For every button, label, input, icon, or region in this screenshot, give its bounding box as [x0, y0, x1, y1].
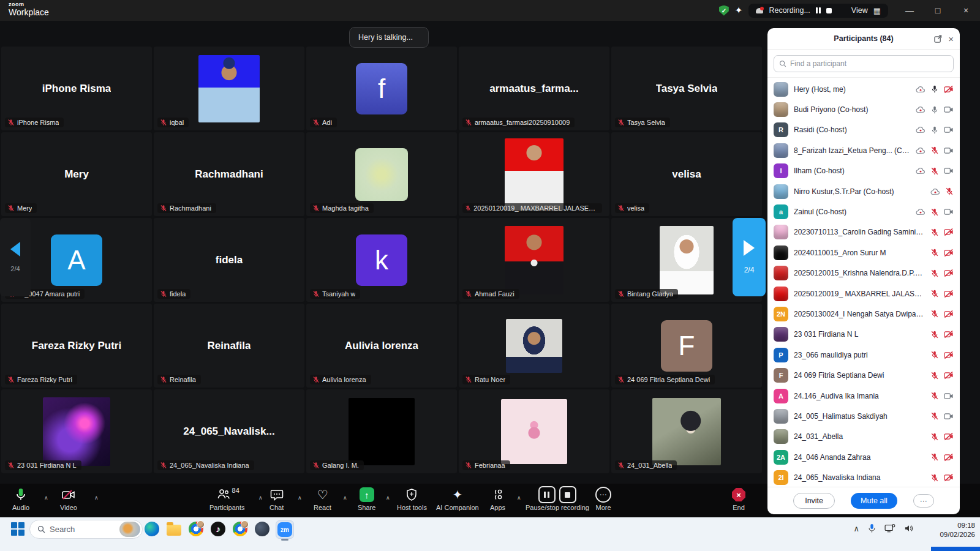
- share-options-caret[interactable]: ∧: [386, 495, 390, 501]
- start-button[interactable]: [11, 522, 24, 536]
- camera-status-icon[interactable]: [944, 146, 954, 155]
- mic-status-icon[interactable]: [930, 269, 939, 278]
- mic-status-icon[interactable]: [930, 84, 939, 94]
- video-tile[interactable]: 24_065_Navalisk... 24_065_Navaliska Indi…: [154, 389, 304, 473]
- host-tools-button[interactable]: Host tools: [397, 487, 427, 511]
- tiktok-icon[interactable]: ♪: [209, 520, 227, 538]
- video-tile[interactable]: armaatus_farma... armaatus_farmasi202509…: [459, 47, 609, 130]
- camera-status-icon[interactable]: [944, 126, 954, 134]
- video-tile[interactable]: Tasya Selvia Tasya Selvia: [611, 47, 762, 130]
- participant-row[interactable]: F 24 069 Fitria Septiana Dewi: [767, 365, 960, 385]
- camera-status-icon[interactable]: [944, 473, 954, 482]
- camera-status-icon[interactable]: [944, 167, 954, 175]
- view-grid-icon[interactable]: ▦: [873, 6, 881, 15]
- participant-row[interactable]: 20250120015_Krishna Nalendra.D.P.A_T...: [767, 263, 960, 283]
- share-button[interactable]: ↑ Share ∧: [358, 487, 375, 511]
- close-button[interactable]: ×: [952, 0, 980, 21]
- camera-status-icon[interactable]: [944, 105, 954, 114]
- apps-button[interactable]: Apps ∧: [490, 487, 505, 511]
- participant-row[interactable]: a Zainul (Co-host): [767, 201, 960, 222]
- ai-sparkle-icon[interactable]: ✦: [735, 5, 743, 16]
- pause-recording-button[interactable]: [538, 486, 556, 503]
- video-tile[interactable]: 23 031 Firdiana N L: [1, 389, 152, 473]
- video-tile[interactable]: Mery Mery: [1, 132, 152, 216]
- mic-status-icon[interactable]: [930, 432, 939, 441]
- zoom-app-icon[interactable]: zm: [276, 520, 294, 539]
- video-options-caret[interactable]: ∧: [94, 495, 99, 501]
- camera-status-icon[interactable]: [944, 290, 954, 298]
- camera-status-icon[interactable]: [944, 412, 954, 421]
- end-meeting-button[interactable]: × End: [732, 487, 745, 511]
- camera-status-icon[interactable]: [944, 249, 954, 257]
- chat-button[interactable]: Chat ∧: [270, 487, 284, 511]
- taskbar-clock[interactable]: 09:18 09/02/2026: [940, 521, 975, 539]
- search-widget-image[interactable]: [119, 522, 140, 537]
- video-tile[interactable]: fidela fidela: [154, 218, 304, 302]
- participant-row[interactable]: Hery (Host, me): [767, 79, 960, 99]
- mic-status-icon[interactable]: [930, 105, 939, 114]
- participants-button[interactable]: 84 Participants ∧: [209, 487, 244, 511]
- participant-row[interactable]: Budi Priyono (Co-host): [767, 99, 960, 119]
- participant-row[interactable]: 8_Farizah Izazi_Ketua Peng... (Co-host): [767, 140, 960, 160]
- participant-row[interactable]: 23 031 Firdiana N L: [767, 324, 960, 345]
- security-shield-icon[interactable]: ✓: [719, 6, 729, 16]
- mic-status-icon[interactable]: [930, 146, 939, 155]
- video-tile[interactable]: F 24 069 Fitria Septiana Dewi: [611, 304, 762, 388]
- participant-row[interactable]: 20250120019_ MAXBARREL JALASENA_T...: [767, 283, 960, 304]
- invite-button[interactable]: Invite: [793, 493, 835, 509]
- camera-status-icon[interactable]: [944, 85, 954, 94]
- participant-row[interactable]: A 24.146_Audiva Ika Imania: [767, 386, 960, 406]
- mic-status-icon[interactable]: [930, 309, 939, 318]
- mic-status-icon[interactable]: [930, 248, 939, 257]
- video-tile[interactable]: iPhone Risma iPhone Risma: [1, 47, 152, 130]
- chrome-profile2-icon[interactable]: [232, 520, 249, 538]
- mic-status-icon[interactable]: [930, 371, 939, 380]
- tray-speaker-icon[interactable]: [904, 524, 914, 533]
- mic-status-icon[interactable]: [930, 350, 939, 359]
- react-button[interactable]: ♡ React ∧: [314, 487, 331, 511]
- mic-status-icon[interactable]: [930, 228, 939, 237]
- camera-status-icon[interactable]: [944, 453, 954, 462]
- participant-row[interactable]: Nirro Kustur,S.Tr.Par (Co-host): [767, 181, 960, 201]
- mic-status-icon[interactable]: [930, 473, 939, 482]
- video-tile[interactable]: 24_031_Abella: [611, 389, 762, 473]
- close-panel-icon[interactable]: ×: [948, 34, 954, 44]
- audio-options-caret[interactable]: ∧: [44, 495, 48, 501]
- mic-status-icon[interactable]: [930, 126, 939, 135]
- mic-status-icon[interactable]: [930, 411, 939, 421]
- camera-status-icon[interactable]: [944, 269, 954, 277]
- globe-app-icon[interactable]: [254, 520, 271, 538]
- video-tile[interactable]: Reinafila Reinafila: [154, 304, 304, 388]
- mic-status-icon[interactable]: [945, 187, 954, 196]
- video-tile[interactable]: Galang I. M.: [306, 389, 457, 473]
- restore-button[interactable]: □: [924, 0, 952, 21]
- video-tile[interactable]: Maghda tagitha: [306, 132, 457, 216]
- video-button[interactable]: Video ∧: [60, 487, 77, 511]
- file-explorer-icon[interactable]: [165, 520, 183, 538]
- mic-status-icon[interactable]: [930, 208, 939, 217]
- edge-browser-icon[interactable]: [143, 520, 160, 538]
- video-tile[interactable]: Aulivia lorenza Aulivia lorenza: [306, 304, 457, 388]
- video-tile[interactable]: iqbal: [154, 47, 304, 130]
- tray-display-icon[interactable]: [884, 524, 895, 533]
- participant-row[interactable]: I Ilham (Co-host): [767, 161, 960, 181]
- mic-status-icon[interactable]: [930, 289, 939, 298]
- participant-row[interactable]: 24_005_Halimatus Sakdiyah: [767, 406, 960, 426]
- panel-more-button[interactable]: ···: [913, 494, 934, 508]
- video-tile[interactable]: Ratu Noer: [459, 304, 609, 388]
- participant-row[interactable]: 24_031_Abella: [767, 427, 960, 447]
- camera-status-icon[interactable]: [944, 228, 954, 236]
- mic-status-icon[interactable]: [930, 167, 939, 176]
- participants-options-caret[interactable]: ∧: [258, 495, 263, 501]
- participant-row[interactable]: 20240110015_Aron Surur M: [767, 242, 960, 263]
- pause-recording-icon[interactable]: [816, 7, 821, 13]
- participant-row[interactable]: 2I 24_065_Navaliska Indiana: [767, 467, 960, 487]
- apps-options-caret[interactable]: ∧: [517, 495, 521, 501]
- video-tile[interactable]: Febrianaa: [459, 389, 609, 473]
- gallery-prev-page-button[interactable]: 2/4: [0, 218, 31, 296]
- participant-row[interactable]: 2A 24_046 Ananda Zahraa: [767, 447, 960, 467]
- taskbar-search-box[interactable]: Search: [29, 520, 143, 539]
- camera-status-icon[interactable]: [944, 432, 954, 441]
- more-button[interactable]: ⋯ More: [595, 487, 611, 511]
- react-options-caret[interactable]: ∧: [343, 495, 347, 501]
